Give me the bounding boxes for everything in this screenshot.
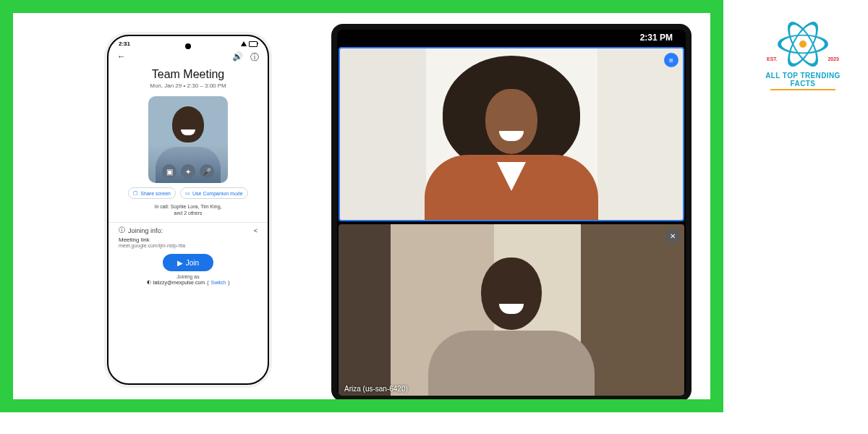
camera-toggle-icon[interactable]: ▣ xyxy=(162,164,176,179)
joining-as-email: talizzy@mexpulse.com xyxy=(153,280,205,285)
phone-mockup: 2:31 ← 🔊 ⓘ Team Meeting Mon, Jan 29 • 2:… xyxy=(107,35,269,385)
info-icon[interactable]: ⓘ xyxy=(250,51,259,64)
mic-muted-icon: ✕ xyxy=(665,229,680,243)
phone-camera-dot xyxy=(185,43,191,49)
avatar-illustration xyxy=(481,258,542,330)
speaking-indicator-icon: ≡ xyxy=(664,53,678,67)
video-icon: ▶ xyxy=(177,259,183,267)
mic-toggle-icon[interactable]: 🎤 xyxy=(200,164,214,179)
meeting-title: Team Meeting xyxy=(109,68,268,81)
tablet-status-bar: 2:31 PM xyxy=(337,30,686,46)
logo-est: EST. xyxy=(767,56,778,61)
participant-name-label: Ariza (us-san-6420) xyxy=(344,385,408,393)
share-screen-label: Share screen xyxy=(140,191,171,196)
effects-icon[interactable]: ✦ xyxy=(181,164,195,179)
speaker-icon[interactable]: 🔊 xyxy=(232,51,243,64)
avatar-illustration xyxy=(425,155,598,221)
avatar-illustration xyxy=(485,89,537,154)
participant-tile[interactable]: ≡ xyxy=(339,47,684,221)
in-call-line: In call: Sophie Lora, Tim King, xyxy=(109,203,268,210)
self-video-preview: ▣ ✦ 🎤 xyxy=(148,96,228,183)
avatar-illustration xyxy=(172,106,204,142)
participant-tile[interactable]: ✕ Ariza (us-san-6420) xyxy=(339,224,684,396)
divider xyxy=(109,222,268,223)
logo-underline xyxy=(770,89,835,90)
in-call-line: and 2 others xyxy=(109,210,268,216)
share-screen-button[interactable]: ▢ Share screen xyxy=(128,187,176,199)
share-icon[interactable]: < xyxy=(254,227,258,234)
meeting-link-value: meet.google.com/ijm-nstp-hta xyxy=(109,243,268,248)
status-time: 2:31 xyxy=(119,41,130,47)
logo-year: 2023 xyxy=(827,56,839,61)
tablet-status-time: 2:31 PM xyxy=(640,33,673,43)
in-call-participants: In call: Sophie Lora, Tim King, and 2 ot… xyxy=(109,203,268,216)
cast-icon: ▢ xyxy=(133,190,138,196)
avatar-illustration xyxy=(428,331,595,396)
info-outline-icon: ⓘ xyxy=(119,226,125,235)
joining-as-label: Joining as xyxy=(109,274,268,279)
join-button-label: Join xyxy=(186,259,199,267)
account-icon: ◐ xyxy=(147,279,151,285)
atom-icon xyxy=(778,19,828,69)
app-top-bar: ← 🔊 ⓘ xyxy=(109,48,268,65)
joining-info-label: Joining info: xyxy=(128,227,163,234)
tablet-mockup: 2:31 PM ≡ ✕ Ariza (us-san-6420) xyxy=(331,24,692,399)
video-grid: ≡ ✕ Ariza (us-san-6420) xyxy=(337,46,686,397)
promo-frame: 2:31 ← 🔊 ⓘ Team Meeting Mon, Jan 29 • 2:… xyxy=(0,0,723,412)
battery-icon xyxy=(249,41,258,47)
meeting-subtitle: Mon, Jan 29 • 2:30 – 3:00 PM xyxy=(109,82,268,89)
switch-account-link[interactable]: Switch xyxy=(211,280,226,285)
signal-icon xyxy=(241,41,247,46)
companion-mode-label: Use Companion mode xyxy=(192,191,243,196)
logo-name: ALL TOP TRENDING FACTS xyxy=(760,72,846,88)
laptop-icon: ▭ xyxy=(185,190,190,196)
meeting-link-label: Meeting link xyxy=(109,235,268,243)
site-logo: EST. 2023 ALL TOP TRENDING FACTS xyxy=(760,19,846,90)
promo-canvas: 2:31 ← 🔊 ⓘ Team Meeting Mon, Jan 29 • 2:… xyxy=(13,13,710,399)
back-icon[interactable]: ← xyxy=(117,51,126,64)
companion-mode-button[interactable]: ▭ Use Companion mode xyxy=(180,187,248,199)
join-button[interactable]: ▶ Join xyxy=(163,254,213,271)
